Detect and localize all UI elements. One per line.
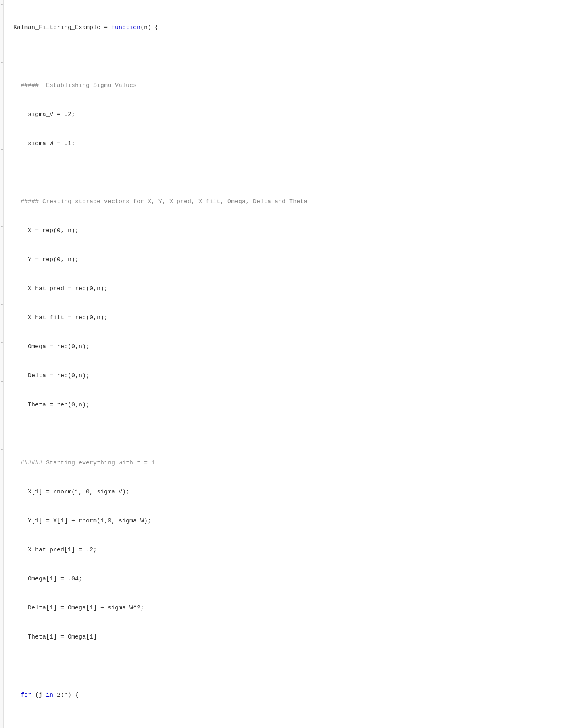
code-line-13: Delta = rep(0,n); [12,371,588,381]
code-line-4: sigma_V = .2; [12,110,588,120]
code-line-20: Omega[1] = .04; [12,574,588,584]
code-block[interactable]: Kalman_Filtering_Example = function(n) {… [4,0,588,728]
code-line-7: ##### Creating storage vectors for X, Y,… [12,197,588,207]
code-line-19: X_hat_pred[1] = .2; [12,545,588,555]
code-line-25 [12,720,588,728]
editor-container: Kalman_Filtering_Example = function(n) {… [0,0,588,728]
code-line-2 [12,52,588,62]
code-line-10: X_hat_pred = rep(0,n); [12,284,588,294]
code-line-22: Theta[1] = Omega[1] [12,632,588,642]
code-line-11: X_hat_filt = rep(0,n); [12,313,588,323]
code-line-8: X = rep(0, n); [12,226,588,236]
code-line-18: Y[1] = X[1] + rnorm(1,0, sigma_W); [12,516,588,526]
code-line-14: Theta = rep(0,n); [12,400,588,410]
code-line-5: sigma_W = .1; [12,139,588,149]
code-line-6 [12,168,588,178]
code-line-24: for (j in 2:n) { [12,691,588,700]
code-line-16: ###### Starting everything with t = 1 [12,458,588,468]
code-line-1: Kalman_Filtering_Example = function(n) { [12,23,588,33]
code-line-12: Omega = rep(0,n); [12,342,588,352]
code-area: Kalman_Filtering_Example = function(n) {… [0,0,588,728]
code-line-17: X[1] = rnorm(1, 0, sigma_V); [12,487,588,497]
gutter [0,0,4,728]
code-line-21: Delta[1] = Omega[1] + sigma_W^2; [12,603,588,613]
code-line-15 [12,429,588,439]
code-line-3: ##### Establishing Sigma Values [12,81,588,91]
code-line-9: Y = rep(0, n); [12,255,588,265]
code-line-23 [12,661,588,671]
